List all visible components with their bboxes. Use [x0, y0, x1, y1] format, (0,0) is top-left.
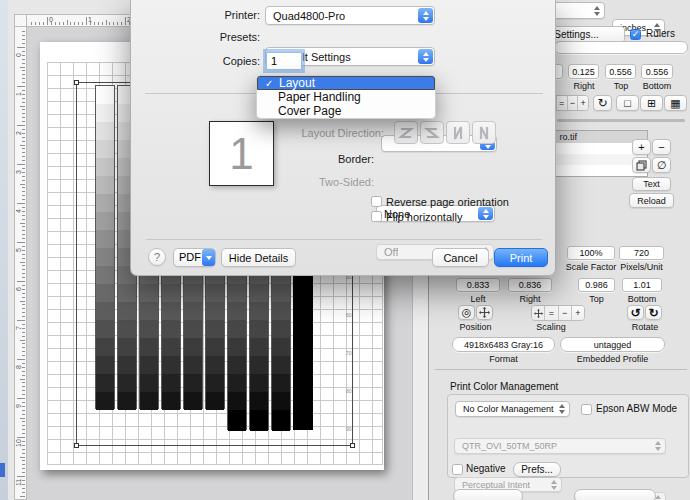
format-field: 4918x6483 Gray:16 [452, 337, 555, 352]
bottom-left-button[interactable] [453, 489, 523, 500]
wedge-patch [96, 158, 114, 176]
selection-handle-top-left[interactable] [74, 80, 79, 85]
pdf-label: PDF [179, 251, 201, 263]
ruler-tick [22, 90, 25, 91]
rotate-ccw-button[interactable]: ↺ [627, 305, 644, 320]
print-dialog: Printer: Quad4800-Pro Presets: Default S… [130, 0, 556, 276]
layout-direction-z-button[interactable] [394, 121, 418, 144]
margin-bottom-field[interactable]: 0.556 [641, 64, 673, 79]
scaling-label: Scaling [527, 322, 575, 332]
negative-label: Negative [466, 463, 505, 474]
text-button[interactable]: Text [632, 177, 671, 191]
ruler-tick [17, 359, 25, 360]
scaling-anchor-button[interactable] [532, 306, 545, 320]
scaling-equal-button[interactable]: = [545, 306, 558, 320]
ruler-tick [20, 340, 25, 341]
wedge-patch [96, 104, 114, 122]
selection-handle-bottom-right[interactable] [350, 443, 355, 448]
margin-right-label: Right [564, 81, 604, 91]
add-image-button[interactable]: + [632, 139, 651, 155]
menu-item-cover-page[interactable]: Cover Page [257, 104, 435, 118]
wedge-patch [118, 320, 136, 338]
remove-image-button[interactable]: − [652, 139, 671, 155]
ruler-tick [22, 156, 25, 157]
copies-field[interactable]: 1 [266, 52, 302, 70]
panel-text-field[interactable] [554, 41, 688, 54]
pixels-unit-field[interactable]: 720 [619, 246, 664, 260]
ruler-tick [22, 70, 25, 71]
pdf-menu-button[interactable]: PDF [173, 248, 216, 267]
view-grid-button[interactable]: ▦ [664, 95, 687, 111]
ruler-tick [22, 230, 25, 231]
equal-button[interactable]: = [557, 96, 568, 110]
negative-checkbox[interactable] [452, 464, 463, 475]
rulers-checkbox[interactable]: ✓ [630, 29, 641, 40]
pos-bottom-field[interactable]: 1.01 [622, 278, 662, 292]
bottom-right-button[interactable] [574, 489, 656, 500]
menu-item-paper-handling[interactable]: Paper Handling [257, 90, 435, 104]
view-split-button[interactable]: ⊞ [640, 95, 663, 111]
wedge-patch [96, 248, 114, 266]
wedge-patch [96, 392, 114, 410]
duplicate-button[interactable] [632, 157, 651, 173]
stepper-icon [418, 49, 433, 64]
wedge-patch [272, 392, 290, 410]
pos-left-field[interactable]: 0.833 [456, 278, 500, 292]
layout-direction-s-button[interactable] [420, 121, 444, 144]
wedge-patch [228, 284, 246, 302]
pos-top-label: Top [578, 294, 615, 304]
ruler-tick [22, 176, 25, 177]
ruler-tick [22, 258, 25, 259]
pos-top-field[interactable]: 0.986 [578, 278, 615, 292]
flip-horizontally-checkbox[interactable] [371, 211, 382, 222]
menu-item-layout[interactable]: ✓ Layout [257, 76, 435, 90]
ruler-tick [22, 394, 25, 395]
cancel-button[interactable]: Cancel [432, 248, 489, 267]
layout-direction-n-button[interactable] [446, 121, 470, 144]
ruler-tick [47, 17, 48, 25]
reverse-orientation-checkbox[interactable] [371, 196, 382, 207]
ruler-tick [22, 74, 25, 75]
zoom-slider[interactable] [557, 119, 685, 122]
vertical-ruler: 01234567891011 [14, 26, 27, 500]
ruler-tick [22, 152, 25, 153]
scaling-plus-button[interactable]: + [572, 306, 584, 320]
position-move-button[interactable] [476, 305, 493, 320]
wedge-patch [96, 176, 114, 194]
scaling-segment[interactable]: = − + [531, 305, 585, 321]
selection-handle-bottom-left[interactable] [74, 443, 79, 448]
prefs-button[interactable]: Prefs... [513, 462, 561, 477]
ruler-tick [22, 367, 25, 368]
epson-abw-checkbox[interactable] [581, 404, 592, 415]
margin-top-field[interactable]: 0.556 [605, 64, 636, 79]
layout-direction-n2-button[interactable] [472, 121, 496, 144]
wedge-patch [118, 392, 136, 410]
ruler-tick [67, 20, 68, 25]
minus-button[interactable]: − [568, 96, 579, 110]
reload-button[interactable]: Reload [629, 193, 674, 208]
margin-right-field[interactable]: 0.125 [568, 64, 599, 79]
wedge-patch [272, 302, 290, 320]
printer-dropdown[interactable]: Quad4800-Pro [265, 6, 435, 25]
help-button[interactable]: ? [148, 248, 166, 266]
print-button[interactable]: Print [494, 248, 548, 267]
view-grid-icon: ▦ [670, 97, 680, 110]
plus-button[interactable]: + [578, 96, 588, 110]
refresh-button[interactable]: ↻ [593, 95, 612, 111]
view-plain-button[interactable]: □ [616, 95, 639, 111]
scaling-minus-button[interactable]: − [559, 306, 572, 320]
clear-button[interactable]: ∅ [652, 157, 671, 173]
rotate-cw-button[interactable]: ↻ [645, 305, 662, 320]
pos-right-field[interactable]: 0.836 [508, 278, 552, 292]
copies-label: Copies: [191, 55, 260, 67]
ruler-tick [22, 250, 25, 251]
wedge-patch [250, 392, 268, 410]
ruler-tick [35, 22, 36, 25]
ruler-tick [20, 457, 25, 458]
color-management-dropdown[interactable]: No Color Management [455, 401, 570, 417]
hide-details-button[interactable]: Hide Details [221, 248, 296, 267]
position-target-button[interactable]: ◎ [458, 305, 475, 320]
scale-factor-field[interactable]: 100% [567, 246, 615, 260]
epson-abw-label: Epson ABW Mode [596, 403, 677, 414]
wedge-patch [140, 338, 158, 356]
